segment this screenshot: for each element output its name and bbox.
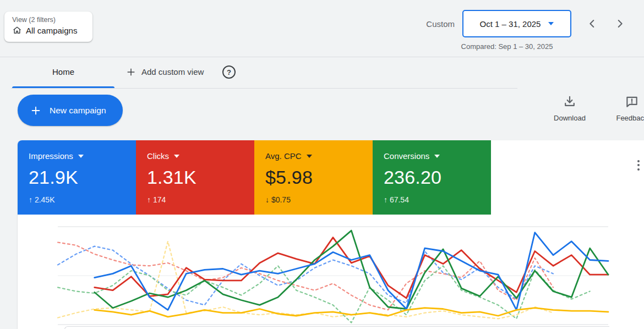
scorecard-value: 1.31K [147,167,254,188]
tab-bar: Home Add custom view ? [0,57,644,88]
feedback-icon [625,95,639,109]
chevron-down-icon [78,155,84,158]
trend-chart-svg [18,220,644,329]
new-campaign-label: New campaign [50,106,106,116]
tab-divider [11,88,517,89]
scorecard-label: Impressions [29,151,73,161]
download-button[interactable]: Download [547,95,593,122]
scorecard-delta: ↑ 2.45K [29,195,136,204]
more-options-icon[interactable] [631,156,644,174]
home-icon [12,25,22,35]
scorecard-avg-cpc[interactable]: Avg. CPC $5.98 ↓ $0.75 [254,140,373,215]
date-range-value: Oct 1 – 31, 2025 [480,19,541,29]
scorecard-conversions[interactable]: Conversions 236.20 ↑ 67.54 [373,140,491,215]
scorecard-clicks[interactable]: Clicks 1.31K ↑ 174 [136,140,254,215]
scorecard-delta: ↓ $0.75 [265,195,373,204]
date-range-controls: Custom Oct 1 – 31, 2025 [426,10,631,37]
plus-icon [125,67,137,78]
view-filters-label: View (2 filters) [12,16,85,24]
scorecard-impressions[interactable]: Impressions 21.9K ↑ 2.45K [18,140,136,215]
google-ads-overview-page: View (2 filters) All campaigns Custom Oc… [0,0,644,329]
help-icon[interactable]: ? [222,65,236,79]
scorecard-value: $5.98 [265,167,373,188]
compared-period-label: Compared: Sep 1 – 30, 2025 [438,42,576,51]
scorecards: Impressions 21.9K ↑ 2.45K Clicks 1.31K ↑… [18,140,491,215]
date-range-type-label: Custom [426,19,455,29]
view-selector[interactable]: View (2 filters) All campaigns [4,12,92,42]
download-icon [563,95,577,109]
feedback-label: Feedback [609,114,644,122]
scorecard-label: Clicks [147,151,169,161]
chevron-left-icon [586,18,598,30]
add-custom-view-button[interactable]: Add custom view [125,57,204,86]
chevron-right-icon [614,18,626,30]
scorecard-delta: ↑ 67.54 [384,195,491,204]
scorecard-delta: ↑ 174 [147,195,254,204]
scorecard-label: Conversions [384,151,429,161]
trend-chart [18,220,644,329]
new-campaign-button[interactable]: New campaign [18,95,123,126]
chevron-down-icon [434,155,440,158]
previous-period-button[interactable] [581,13,603,35]
chevron-down-icon [174,155,179,158]
scorecard-value: 21.9K [29,167,136,188]
tab-home[interactable]: Home [12,57,114,86]
add-custom-view-label: Add custom view [141,67,204,76]
scorecard-value: 236.20 [384,167,491,188]
next-period-button[interactable] [609,13,631,35]
chevron-down-icon [548,22,554,25]
feedback-button[interactable]: Feedback [609,95,644,122]
overview-panel: Impressions 21.9K ↑ 2.45K Clicks 1.31K ↑… [18,140,644,329]
date-range-picker[interactable]: Oct 1 – 31, 2025 [462,10,571,37]
table-top-edge [64,326,609,329]
scorecard-label: Avg. CPC [265,151,302,161]
download-label: Download [547,114,593,122]
view-scope-label: All campaigns [26,26,77,35]
chevron-down-icon [307,155,312,158]
plus-icon [30,105,42,117]
